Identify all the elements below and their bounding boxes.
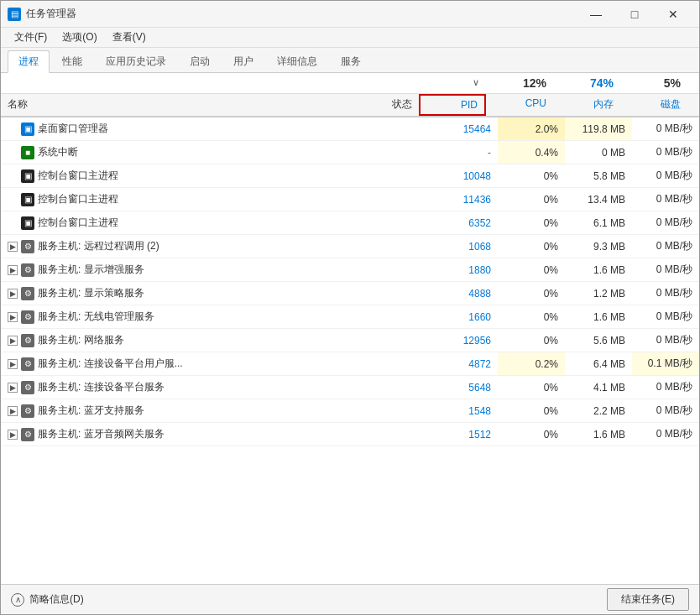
stats-status-empty (352, 73, 419, 93)
process-cpu-cell: 0% (498, 305, 565, 328)
process-pid-cell: 15464 (431, 117, 498, 140)
table-row[interactable]: ▶⚙服务主机: 连接设备平台用户服...48720.2%6.4 MB0.1 MB… (1, 352, 699, 376)
col-status[interactable]: 状态 (352, 94, 419, 116)
expand-button[interactable]: ▶ (8, 383, 18, 393)
table-row[interactable]: ▣控制台窗口主进程63520%6.1 MB0 MB/秒 (1, 211, 699, 235)
expand-button[interactable]: ▶ (8, 265, 18, 275)
process-cpu-cell: 0% (498, 235, 565, 258)
process-disk-cell: 0 MB/秒 (632, 329, 699, 352)
menu-file[interactable]: 文件(F) (8, 29, 54, 46)
process-status-cell (363, 258, 431, 281)
process-memory-cell: 119.8 MB (565, 117, 632, 140)
menu-options[interactable]: 选项(O) (55, 29, 103, 46)
expand-icon[interactable]: ∧ (11, 593, 24, 607)
column-headers: 名称 状态 PID CPU 内存 磁盘 (1, 94, 699, 117)
process-disk-cell: 0 MB/秒 (632, 376, 699, 399)
process-icon: ▣ (21, 216, 34, 230)
process-memory-cell: 1.6 MB (565, 258, 632, 281)
process-memory-cell: 5.8 MB (565, 164, 632, 187)
table-row[interactable]: ▣控制台窗口主进程100480%5.8 MB0 MB/秒 (1, 164, 699, 188)
tab-services[interactable]: 服务 (330, 50, 372, 72)
process-icon: ⚙ (21, 334, 34, 347)
process-cpu-cell: 0% (498, 282, 565, 305)
table-row[interactable]: ▶⚙服务主机: 网络服务129560%5.6 MB0 MB/秒 (1, 329, 699, 352)
process-status-cell (363, 305, 431, 328)
process-memory-cell: 5.6 MB (565, 329, 632, 352)
process-name-cell: ▣控制台窗口主进程 (1, 211, 363, 234)
process-disk-cell: 0 MB/秒 (632, 423, 699, 446)
process-list[interactable]: ▣桌面窗口管理器154642.0%119.8 MB0 MB/秒■系统中断-0.4… (1, 117, 699, 584)
app-icon: ▤ (8, 8, 21, 21)
process-name-cell: ▶⚙服务主机: 连接设备平台用户服... (1, 352, 363, 375)
col-name[interactable]: 名称 (1, 94, 352, 116)
col-cpu[interactable]: CPU (486, 94, 553, 116)
table-row[interactable]: ▶⚙服务主机: 显示增强服务18800%1.6 MB0 MB/秒 (1, 258, 699, 282)
process-disk-cell: 0 MB/秒 (632, 211, 699, 234)
expand-button[interactable]: ▶ (8, 430, 18, 440)
col-pid[interactable]: PID (419, 94, 486, 116)
process-memory-cell: 0 MB (565, 141, 632, 164)
process-pid-cell: 4888 (431, 282, 498, 305)
table-row[interactable]: ▶⚙服务主机: 蓝牙支持服务15480%2.2 MB0 MB/秒 (1, 399, 699, 423)
process-status-cell (363, 399, 431, 422)
end-task-button[interactable]: 结束任务(E) (607, 588, 689, 611)
table-row[interactable]: ▶⚙服务主机: 显示策略服务48880%1.2 MB0 MB/秒 (1, 282, 699, 305)
process-icon: ⚙ (21, 263, 34, 277)
process-icon: ▣ (21, 122, 34, 136)
process-status-cell (363, 117, 431, 140)
process-cpu-cell: 0.4% (498, 141, 565, 164)
process-cpu-cell: 0.2% (498, 352, 565, 375)
process-pid-cell: 10048 (431, 164, 498, 187)
menu-view[interactable]: 查看(V) (106, 29, 153, 46)
expand-button[interactable]: ▶ (8, 242, 18, 252)
table-row[interactable]: ▶⚙服务主机: 蓝牙音频网关服务15120%1.6 MB0 MB/秒 (1, 423, 699, 446)
table-row[interactable]: ▣桌面窗口管理器154642.0%119.8 MB0 MB/秒 (1, 117, 699, 141)
process-icon: ⚙ (21, 240, 34, 253)
table-row[interactable]: ▣控制台窗口主进程114360%13.4 MB0 MB/秒 (1, 188, 699, 211)
tab-performance[interactable]: 性能 (51, 50, 93, 72)
maximize-button[interactable]: □ (615, 1, 654, 28)
mem-percent: 74% (553, 73, 620, 93)
process-cpu-cell: 0% (498, 188, 565, 211)
process-name-cell: ▶⚙服务主机: 远程过程调用 (2) (1, 235, 363, 258)
process-name-text: 服务主机: 无线电管理服务 (38, 310, 154, 324)
col-memory[interactable]: 内存 (553, 94, 620, 116)
expand-button[interactable]: ▶ (8, 312, 18, 322)
close-button[interactable]: ✕ (654, 1, 692, 28)
table-row[interactable]: ▶⚙服务主机: 远程过程调用 (2)10680%9.3 MB0 MB/秒 (1, 235, 699, 258)
sort-arrow-icon: ∨ (473, 77, 479, 87)
process-status-cell (363, 141, 431, 164)
expand-button[interactable]: ▶ (8, 406, 18, 416)
process-name-text: 服务主机: 远程过程调用 (2) (38, 239, 159, 253)
expand-button[interactable]: ▶ (8, 289, 18, 299)
process-name-text: 服务主机: 连接设备平台服务 (38, 380, 165, 394)
process-name-text: 服务主机: 显示增强服务 (38, 263, 144, 277)
tab-app-history[interactable]: 应用历史记录 (95, 50, 177, 72)
process-name-text: 服务主机: 显示策略服务 (38, 286, 144, 300)
process-pid-cell: 11436 (431, 188, 498, 211)
stats-pid-sort[interactable]: ∨ (419, 73, 486, 93)
table-row[interactable]: ■系统中断-0.4%0 MB0 MB/秒 (1, 141, 699, 164)
process-cpu-cell: 0% (498, 423, 565, 446)
table-row[interactable]: ▶⚙服务主机: 连接设备平台服务56480%4.1 MB0 MB/秒 (1, 376, 699, 399)
process-memory-cell: 1.2 MB (565, 282, 632, 305)
tab-users[interactable]: 用户 (222, 50, 264, 72)
minimize-button[interactable]: — (577, 1, 615, 28)
summary-label[interactable]: 简略信息(D) (29, 592, 84, 607)
scrollbar-header-spacer (687, 94, 699, 116)
menu-bar: 文件(F) 选项(O) 查看(V) (1, 28, 699, 48)
stats-row: ∨ 12% 74% 5% (1, 73, 699, 94)
process-disk-cell: 0 MB/秒 (632, 282, 699, 305)
tab-startup[interactable]: 启动 (179, 50, 221, 72)
expand-button[interactable]: ▶ (8, 336, 18, 346)
process-status-cell (363, 211, 431, 234)
cpu-percent: 12% (486, 73, 553, 93)
col-disk[interactable]: 磁盘 (620, 94, 687, 116)
expand-button[interactable]: ▶ (8, 359, 18, 369)
table-row[interactable]: ▶⚙服务主机: 无线电管理服务16600%1.6 MB0 MB/秒 (1, 305, 699, 329)
tab-details[interactable]: 详细信息 (266, 50, 328, 72)
process-pid-cell: 4872 (431, 352, 498, 375)
process-status-cell (363, 423, 431, 446)
tab-process[interactable]: 进程 (8, 50, 50, 73)
process-icon: ▣ (21, 193, 34, 206)
